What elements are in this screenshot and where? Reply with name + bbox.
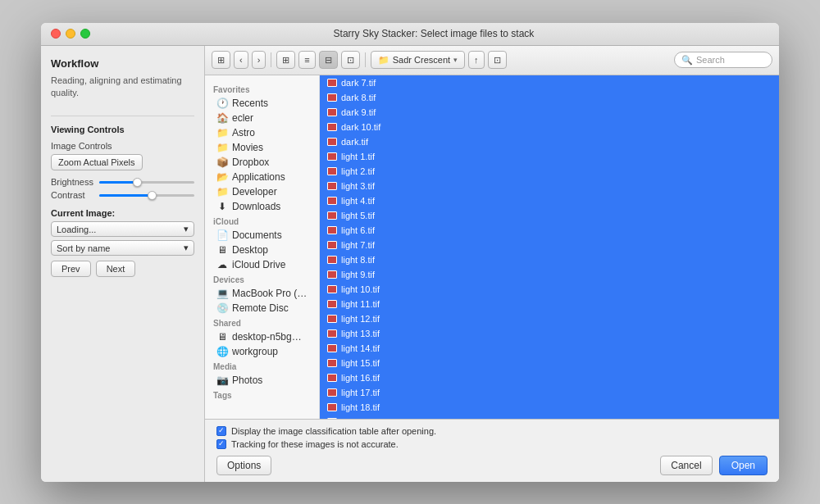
file-row[interactable]: light 17.tif bbox=[320, 385, 779, 400]
file-row[interactable]: light 8.tif bbox=[320, 252, 779, 267]
sidebar-item-downloads[interactable]: ⬇ Downloads bbox=[208, 199, 316, 214]
sidebar-item-ecler[interactable]: 🏠 ecler bbox=[208, 111, 316, 125]
icon-view-button[interactable]: ⊞ bbox=[276, 51, 295, 69]
macbook-icon: 💻 bbox=[216, 288, 228, 299]
sidebar-item-astro[interactable]: 📁 Astro bbox=[208, 125, 316, 140]
file-icon bbox=[326, 136, 338, 148]
sidebar-item-movies[interactable]: 📁 Movies bbox=[208, 140, 316, 155]
prev-button[interactable]: Prev bbox=[51, 261, 91, 277]
file-row[interactable]: light 2.tif bbox=[320, 164, 779, 179]
loading-dropdown[interactable]: Loading... ▾ bbox=[51, 221, 194, 237]
minimize-button[interactable] bbox=[66, 29, 75, 39]
options-button[interactable]: Options bbox=[216, 456, 271, 475]
file-icon bbox=[326, 92, 338, 103]
file-row[interactable]: light 3.tif bbox=[320, 179, 779, 193]
sidebar-item-icloud-drive[interactable]: ☁ iCloud Drive bbox=[208, 257, 316, 272]
file-row[interactable]: dark 7.tif bbox=[320, 75, 779, 90]
workgroup-label: workgroup bbox=[232, 346, 278, 357]
checkbox-1[interactable]: ✓ bbox=[216, 426, 226, 436]
file-row[interactable]: light 15.tif bbox=[320, 356, 779, 370]
location-chevron-icon: ▾ bbox=[453, 56, 458, 64]
file-row[interactable]: light 11.tif bbox=[320, 297, 779, 311]
file-name: light 2.tif bbox=[341, 166, 375, 176]
file-row[interactable]: light 9.tif bbox=[320, 267, 779, 282]
sort-dropdown[interactable]: Sort by name ▾ bbox=[51, 240, 194, 256]
file-name: dark 7.tif bbox=[341, 78, 376, 88]
file-row[interactable]: light 12.tif bbox=[320, 311, 779, 326]
sidebar-item-developer[interactable]: 📁 Developer bbox=[208, 184, 316, 199]
contrast-row: Contrast bbox=[51, 190, 194, 200]
file-row[interactable]: light 10.tif bbox=[320, 282, 779, 297]
column-view-button[interactable]: ⊟ bbox=[319, 51, 338, 69]
search-box[interactable]: 🔍 Search bbox=[674, 52, 772, 68]
file-row[interactable]: light 14.tif bbox=[320, 341, 779, 356]
forward-button[interactable]: › bbox=[252, 51, 266, 69]
sidebar-item-desktop-n5bg[interactable]: 🖥 desktop-n5bg… bbox=[208, 329, 316, 344]
tags-header: Tags bbox=[205, 388, 319, 402]
file-row[interactable]: dark 10.tif bbox=[320, 120, 779, 134]
list-view-button[interactable]: ≡ bbox=[298, 51, 315, 69]
sidebar-item-macbook-pro[interactable]: 💻 MacBook Pro (… bbox=[208, 286, 316, 301]
file-icon bbox=[326, 195, 338, 207]
file-row[interactable]: light 4.tif bbox=[320, 193, 779, 208]
sidebar-item-photos[interactable]: 📷 Photos bbox=[208, 373, 316, 388]
viewing-controls-section: Viewing Controls Image Controls Zoom Act… bbox=[51, 116, 194, 277]
file-row[interactable]: light 7.tif bbox=[320, 238, 779, 252]
file-icon bbox=[326, 387, 338, 398]
fullscreen-button[interactable] bbox=[80, 29, 90, 39]
title-bar: Starry Sky Stacker: Select image files t… bbox=[41, 23, 779, 46]
devices-header: Devices bbox=[205, 272, 319, 286]
workgroup-icon: 🌐 bbox=[216, 346, 228, 357]
file-name: dark.tif bbox=[341, 137, 368, 147]
file-name: light 18.tif bbox=[341, 402, 380, 412]
sidebar-item-recents[interactable]: 🕐 Recents bbox=[208, 96, 316, 111]
back-button[interactable]: ‹ bbox=[234, 51, 248, 69]
file-list[interactable]: dark 7.tifdark 8.tifdark 9.tifdark 10.ti… bbox=[320, 75, 779, 419]
checkbox-row-2: ✓ Tracking for these images is not accur… bbox=[216, 439, 768, 449]
open-button[interactable]: Open bbox=[719, 456, 768, 475]
file-row[interactable]: light 18.tif bbox=[320, 400, 779, 415]
shared-header: Shared bbox=[205, 316, 319, 329]
documents-icon: 📄 bbox=[216, 229, 228, 241]
cancel-button[interactable]: Cancel bbox=[660, 456, 712, 475]
sidebar-item-workgroup[interactable]: 🌐 workgroup bbox=[208, 344, 316, 359]
sidebar-toggle-button[interactable]: ⊞ bbox=[212, 51, 230, 69]
brightness-slider[interactable] bbox=[99, 181, 194, 184]
file-icon bbox=[326, 402, 338, 413]
sidebar-item-dropbox[interactable]: 📦 Dropbox bbox=[208, 155, 316, 170]
sidebar-item-remote-disc[interactable]: 💿 Remote Disc bbox=[208, 301, 316, 316]
file-row[interactable]: light 1.tif bbox=[320, 149, 779, 164]
viewing-controls-label: Viewing Controls bbox=[51, 125, 194, 134]
file-row[interactable]: dark.tif bbox=[320, 134, 779, 149]
search-placeholder: Search bbox=[696, 55, 725, 65]
file-row[interactable]: light 6.tif bbox=[320, 223, 779, 238]
location-button[interactable]: 📁 Sadr Crescent ▾ bbox=[371, 51, 465, 69]
file-row[interactable]: dark 9.tif bbox=[320, 105, 779, 120]
close-button[interactable] bbox=[51, 29, 61, 39]
sidebar-item-applications[interactable]: 📂 Applications bbox=[208, 170, 316, 184]
file-dialog: ⊞ ‹ › ⊞ ≡ ⊟ ⊡ 📁 Sadr Crescent ▾ ↑ ⊡ 🔍 bbox=[205, 46, 779, 482]
ecler-icon: 🏠 bbox=[216, 112, 228, 124]
location-label: Sadr Crescent bbox=[393, 55, 450, 65]
developer-icon: 📁 bbox=[216, 186, 228, 198]
file-name: light 15.tif bbox=[341, 358, 380, 368]
checkbox-row-1: ✓ Display the image classification table… bbox=[216, 426, 768, 436]
sidebar-item-documents[interactable]: 📄 Documents bbox=[208, 228, 316, 243]
sidebar-item-desktop[interactable]: 🖥 Desktop bbox=[208, 243, 316, 257]
movies-icon: 📁 bbox=[216, 142, 228, 153]
zoom-actual-pixels-button[interactable]: Zoom Actual Pixels bbox=[51, 154, 143, 170]
file-row[interactable]: light 5.tif bbox=[320, 208, 779, 223]
file-name: light 6.tif bbox=[341, 225, 375, 235]
favorites-header: Favorites bbox=[205, 82, 319, 96]
share-button[interactable]: ↑ bbox=[468, 51, 485, 69]
action-button[interactable]: ⊡ bbox=[488, 51, 507, 69]
file-row[interactable]: dark 8.tif bbox=[320, 90, 779, 105]
window-title: Starry Sky Stacker: Select image files t… bbox=[98, 28, 769, 39]
checkbox-2[interactable]: ✓ bbox=[216, 439, 226, 449]
contrast-slider[interactable] bbox=[99, 194, 194, 197]
gallery-view-button[interactable]: ⊡ bbox=[341, 51, 360, 69]
next-button[interactable]: Next bbox=[96, 261, 136, 277]
file-row[interactable]: light 13.tif bbox=[320, 326, 779, 341]
file-icon bbox=[326, 269, 338, 280]
file-row[interactable]: light 16.tif bbox=[320, 370, 779, 385]
